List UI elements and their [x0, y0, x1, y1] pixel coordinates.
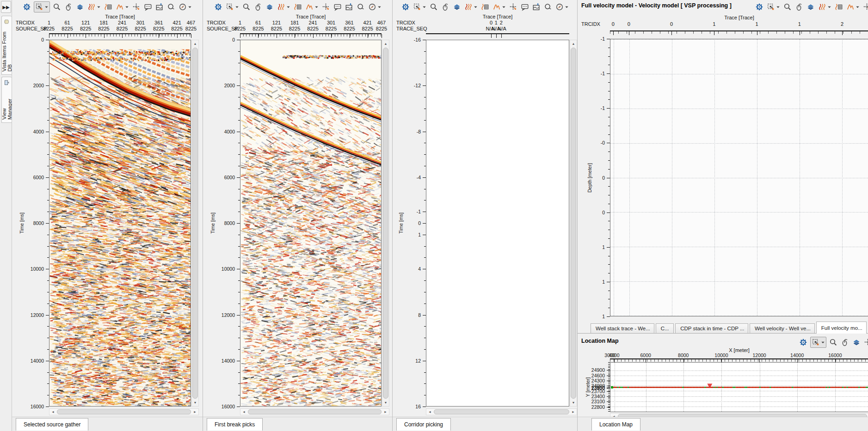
gear-icon[interactable]	[755, 2, 764, 12]
scroll-left-button[interactable]: ◄	[426, 409, 433, 415]
compass-icon[interactable]	[368, 2, 377, 12]
horizontal-scrollbar[interactable]: ◄ ►	[240, 408, 389, 415]
dock-expand-button[interactable]: ▶▶	[1, 1, 11, 13]
seismic-canvas[interactable]	[240, 40, 381, 406]
scroll-right-button[interactable]: ►	[570, 409, 577, 415]
select-icon[interactable]	[412, 2, 422, 12]
scrollbar-thumb[interactable]	[383, 48, 388, 399]
scroll-up-button[interactable]: ▲	[570, 40, 577, 47]
tab-full-velocity-model[interactable]: Full velocity mo...	[816, 322, 867, 334]
zoom-icon[interactable]	[429, 2, 438, 12]
cross-icon[interactable]	[862, 2, 868, 12]
horizontal-scrollbar[interactable]: ◄ ►	[49, 408, 199, 415]
zoom-icon[interactable]	[242, 2, 251, 12]
gear-icon[interactable]	[214, 2, 223, 12]
corridor-canvas[interactable]	[426, 40, 569, 406]
compass-icon[interactable]	[555, 2, 564, 12]
chevron-down-icon[interactable]	[96, 2, 101, 12]
image-icon[interactable]	[532, 2, 541, 12]
layers-icon[interactable]	[265, 2, 274, 12]
ring-icon[interactable]	[166, 2, 176, 12]
wavetable-icon[interactable]	[480, 2, 490, 12]
waves-icon[interactable]	[87, 2, 96, 12]
mouse-icon[interactable]	[441, 2, 450, 12]
comment-icon[interactable]	[143, 2, 153, 12]
velocity-model-canvas[interactable]	[610, 39, 868, 316]
gear-icon[interactable]	[22, 2, 31, 12]
scrollbar-thumb[interactable]	[57, 409, 191, 414]
cross-icon[interactable]	[132, 2, 141, 12]
layers-icon[interactable]	[852, 338, 861, 347]
layers-icon[interactable]	[806, 2, 815, 12]
ring-icon[interactable]	[356, 2, 365, 12]
wavetable-icon[interactable]	[293, 2, 302, 12]
zoom-icon[interactable]	[829, 338, 838, 347]
chevron-down-icon[interactable]	[473, 2, 478, 12]
sidebar-tab-view-manager[interactable]: View Manager	[1, 77, 12, 123]
waves-icon[interactable]	[818, 2, 827, 12]
cross-icon[interactable]	[509, 2, 518, 12]
image-icon[interactable]	[345, 2, 354, 12]
chevron-down-icon[interactable]	[855, 2, 860, 12]
chevron-down-icon[interactable]	[776, 2, 781, 12]
zoom-icon[interactable]	[52, 2, 62, 12]
scroll-left-button[interactable]: ◄	[49, 409, 56, 415]
tab-well-stack-trace[interactable]: Well stack trace - We...	[591, 323, 654, 333]
hist-icon[interactable]	[115, 2, 124, 12]
chevron-down-icon[interactable]	[187, 2, 192, 12]
scroll-down-button[interactable]: ▼	[192, 399, 198, 406]
select-icon[interactable]	[766, 2, 776, 12]
scroll-right-button[interactable]: ►	[191, 409, 198, 415]
vertical-scrollbar[interactable]: ▲ ▼	[382, 40, 389, 407]
vertical-scrollbar[interactable]: ▲ ▼	[191, 40, 199, 407]
chevron-down-icon[interactable]	[820, 338, 825, 347]
waves-icon[interactable]	[277, 2, 286, 12]
layers-icon[interactable]	[452, 2, 462, 12]
zoom-icon[interactable]	[783, 2, 792, 12]
compass-icon[interactable]	[178, 2, 187, 12]
image-icon[interactable]	[155, 2, 164, 12]
scroll-left-button[interactable]: ◄	[240, 409, 247, 415]
cross-icon[interactable]	[321, 2, 331, 12]
scroll-up-button[interactable]: ▲	[382, 40, 389, 47]
chevron-down-icon[interactable]	[234, 2, 240, 12]
scroll-down-button[interactable]: ▼	[570, 399, 577, 406]
select-icon[interactable]	[225, 2, 234, 12]
scrollbar-thumb[interactable]	[571, 48, 576, 399]
wavetable-icon[interactable]	[834, 2, 843, 12]
sidebar-tab-vista-items-from-db[interactable]: Vista Items From DB	[1, 16, 12, 75]
location-map-canvas[interactable]	[610, 363, 868, 412]
scroll-up-button[interactable]: ▲	[192, 40, 198, 47]
chevron-down-icon[interactable]	[124, 2, 129, 12]
hist-icon[interactable]	[846, 2, 855, 12]
ring-icon[interactable]	[543, 2, 553, 12]
chevron-down-icon[interactable]	[377, 2, 382, 12]
tab-corridor-picking[interactable]: Corridor picking	[396, 418, 451, 431]
scroll-down-button[interactable]: ▼	[382, 399, 389, 406]
tab-cdp-stack-in-time[interactable]: CDP stack in time - CDP ...	[675, 323, 748, 333]
mouse-icon[interactable]	[253, 2, 263, 12]
chevron-down-icon[interactable]	[422, 2, 427, 12]
tab-location-map[interactable]: Location Map	[591, 418, 640, 431]
chevron-down-icon[interactable]	[44, 2, 49, 12]
chevron-down-icon[interactable]	[314, 2, 319, 12]
waves-icon[interactable]	[464, 2, 473, 12]
wavetable-icon[interactable]	[104, 2, 113, 12]
chevron-down-icon[interactable]	[501, 2, 506, 12]
tab-first-break-picks[interactable]: First break picks	[207, 418, 263, 431]
tab-c[interactable]: C...	[656, 323, 674, 333]
seismic-canvas[interactable]	[49, 40, 191, 406]
scrollbar-thumb[interactable]	[248, 409, 382, 414]
mouse-icon[interactable]	[794, 2, 804, 12]
scrollbar-thumb[interactable]	[192, 48, 198, 399]
mouse-icon[interactable]	[64, 2, 73, 12]
tab-well-velocity[interactable]: Well velocity - Well ve...	[750, 323, 815, 333]
scroll-right-button[interactable]: ►	[382, 409, 389, 415]
scrollbar-thumb[interactable]	[434, 409, 569, 414]
cross-icon[interactable]	[863, 338, 868, 347]
vertical-scrollbar[interactable]: ▲ ▼	[570, 40, 577, 407]
select-icon[interactable]	[811, 338, 820, 347]
select-icon[interactable]	[35, 2, 44, 12]
layers-icon[interactable]	[75, 2, 85, 12]
horizontal-scrollbar[interactable]: ◄ ►	[426, 408, 577, 415]
